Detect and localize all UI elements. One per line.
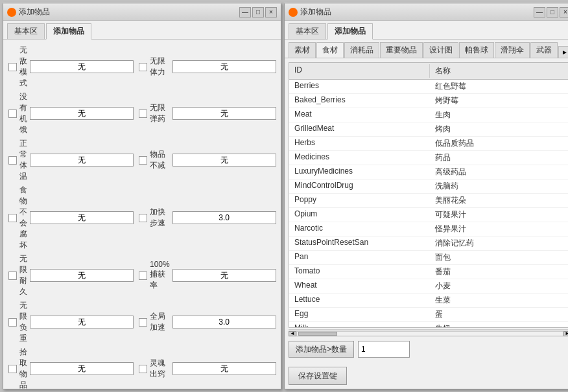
table-body[interactable]: Berries 红色野莓 Baked_Berries 烤野莓 Meat 生肉 G… [289, 80, 568, 327]
option-row-left-2: 正常体温 [8, 138, 134, 182]
table-row[interactable]: Berries 红色野莓 [289, 80, 568, 94]
table-row[interactable]: Lettuce 生菜 [289, 294, 568, 308]
right-close-button[interactable]: × [560, 7, 568, 17]
category-tab-5[interactable]: 帕鲁球 [459, 42, 494, 58]
category-tab-scroll-right[interactable]: ► [558, 46, 568, 58]
category-tab-1[interactable]: 食材 [316, 42, 344, 58]
checkbox-left-5[interactable] [8, 318, 17, 327]
table-row[interactable]: GrilledMeat 烤肉 [289, 122, 568, 137]
checkbox-right-5[interactable] [139, 318, 147, 327]
left-tab-basic[interactable]: 基本区 [7, 23, 45, 39]
option-value-left-5[interactable] [30, 316, 134, 329]
scroll-thumb[interactable] [298, 332, 337, 336]
table-row[interactable]: Meat 生肉 [289, 108, 568, 122]
cell-name-7: 洗脑药 [430, 179, 568, 193]
option-value-left-4[interactable] [30, 269, 134, 282]
left-maximize-button[interactable]: □ [252, 7, 264, 17]
cell-id-0: Berries [289, 80, 430, 93]
checkbox-left-4[interactable] [8, 271, 17, 280]
table-row[interactable]: Narcotic 怪异果汁 [289, 222, 568, 236]
table-row[interactable]: Herbs 低品质药品 [289, 137, 568, 151]
left-close-button[interactable]: × [265, 7, 277, 17]
table-row[interactable]: Milk 牛奶 [289, 322, 568, 327]
option-value-right-2[interactable] [172, 154, 276, 167]
cell-name-4: 低品质药品 [430, 137, 568, 150]
option-value-right-5[interactable] [172, 316, 276, 329]
option-label-left-1: 没有机饿 [19, 91, 27, 135]
option-label-right-3: 加快步速 [150, 207, 170, 229]
option-label-left-0: 无敌模式 [19, 45, 27, 89]
option-value-right-3[interactable] [172, 211, 276, 224]
checkbox-left-3[interactable] [8, 214, 17, 222]
checkbox-right-3[interactable] [139, 214, 147, 222]
cell-name-5: 药品 [430, 151, 568, 165]
table-row[interactable]: Pan 面包 [289, 251, 568, 265]
table-row[interactable]: Egg 蛋 [289, 308, 568, 322]
scroll-track[interactable] [296, 331, 563, 336]
table-row[interactable]: Medicines 药品 [289, 151, 568, 165]
cell-name-10: 怪异果汁 [430, 222, 568, 236]
checkbox-left-1[interactable] [8, 110, 17, 118]
checkbox-right-6[interactable] [139, 365, 147, 373]
left-window-icon [7, 8, 16, 17]
checkbox-right-4[interactable] [139, 271, 147, 280]
cell-id-12: Pan [289, 251, 430, 264]
option-value-left-3[interactable] [30, 211, 134, 224]
table-row[interactable]: LuxuryMedicines 高级药品 [289, 165, 568, 179]
option-value-left-2[interactable] [30, 154, 134, 167]
horizontal-scrollbar[interactable]: ◄ ► [289, 329, 568, 337]
category-tab-4[interactable]: 设计图 [423, 42, 458, 58]
category-tab-2[interactable]: 消耗品 [344, 42, 379, 58]
cell-id-7: MindControlDrug [289, 179, 430, 193]
right-tab-add-item[interactable]: 添加物品 [327, 23, 373, 40]
left-minimize-button[interactable]: — [239, 7, 251, 17]
checkbox-right-0[interactable] [139, 63, 147, 71]
table-row[interactable]: Poppy 美丽花朵 [289, 194, 568, 208]
cell-id-3: GrilledMeat [289, 122, 430, 136]
table-row[interactable]: Wheat 小麦 [289, 279, 568, 294]
option-row-right-4: 100%捕获率 [139, 253, 276, 297]
option-value-right-0[interactable] [172, 60, 276, 73]
checkbox-left-6[interactable] [8, 365, 17, 373]
cell-id-11: StatusPointResetSan [289, 236, 430, 250]
header-id: ID [289, 64, 430, 78]
cell-name-12: 面包 [430, 251, 568, 264]
option-value-right-1[interactable] [172, 107, 276, 120]
option-row-left-5: 无限负重 [8, 300, 134, 344]
table-row[interactable]: StatusPointResetSan 消除记忆药 [289, 236, 568, 251]
left-tab-add-item[interactable]: 添加物品 [46, 23, 91, 40]
checkbox-left-0[interactable] [8, 63, 17, 71]
option-value-right-4[interactable] [172, 269, 276, 282]
cell-name-1: 烤野莓 [430, 94, 568, 108]
option-value-left-6[interactable] [30, 362, 134, 375]
option-label-left-4: 无限耐久 [19, 253, 27, 297]
cell-id-10: Narcotic [289, 222, 430, 236]
table-row[interactable]: Opium 可疑果汁 [289, 208, 568, 222]
quantity-input[interactable] [358, 341, 410, 358]
checkbox-right-2[interactable] [139, 156, 147, 165]
cell-id-15: Lettuce [289, 294, 430, 307]
category-tab-3[interactable]: 重要物品 [380, 42, 423, 58]
option-value-left-0[interactable] [30, 60, 134, 73]
option-label-right-2: 物品不减 [150, 149, 170, 171]
scroll-left-button[interactable]: ◄ [289, 331, 296, 336]
right-minimize-button[interactable]: — [534, 7, 545, 17]
scroll-right-button[interactable]: ► [563, 331, 568, 336]
category-tab-0[interactable]: 素材 [289, 42, 316, 58]
add-quantity-button[interactable]: 添加物品>数量 [289, 341, 354, 358]
cell-name-17: 牛奶 [430, 322, 568, 327]
left-window-content: 无敌模式 无限体力 没有机饿 无限弹药 正常体温 物品不减 食物不会腐坏 [3, 40, 281, 392]
category-tab-7[interactable]: 武器 [530, 42, 558, 58]
option-value-right-6[interactable] [172, 362, 276, 375]
right-tab-basic[interactable]: 基本区 [289, 23, 326, 39]
table-row[interactable]: Tomato 番茄 [289, 265, 568, 279]
category-tab-6[interactable]: 滑翔伞 [495, 42, 530, 58]
checkbox-right-1[interactable] [139, 110, 147, 118]
right-maximize-button[interactable]: □ [547, 7, 558, 17]
table-row[interactable]: MindControlDrug 洗脑药 [289, 179, 568, 194]
option-label-right-6: 灵魂出窍 [150, 358, 170, 380]
table-row[interactable]: Baked_Berries 烤野莓 [289, 94, 568, 108]
checkbox-left-2[interactable] [8, 156, 17, 165]
option-value-left-1[interactable] [30, 107, 134, 120]
right-save-button[interactable]: 保存设置键 [289, 367, 347, 385]
